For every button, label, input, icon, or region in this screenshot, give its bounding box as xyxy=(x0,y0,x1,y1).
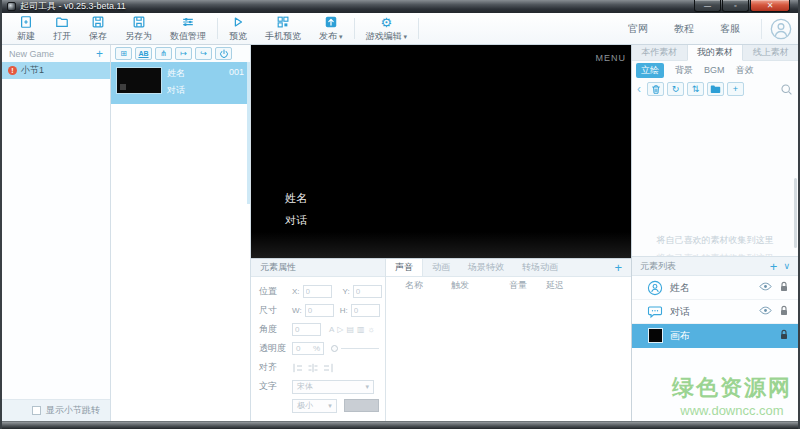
opacity-input[interactable]: 0% xyxy=(292,342,324,355)
mobile-preview-button[interactable]: 手机预览 xyxy=(256,13,310,44)
tab-sound[interactable]: 声音 xyxy=(386,259,423,276)
asset-subtabs: 立绘 背景 BGM 音效 xyxy=(632,61,798,79)
new-folder-button[interactable] xyxy=(707,82,724,96)
font-color-swatch[interactable] xyxy=(344,399,379,412)
back-icon[interactable]: ‹ xyxy=(637,83,641,95)
align-row: 对齐 xyxy=(259,361,379,374)
preview-button[interactable]: 预览 xyxy=(220,13,256,44)
chat-bubble-icon xyxy=(647,305,663,319)
flip-vertical-icon[interactable]: ▷ xyxy=(337,325,343,335)
font-size-select[interactable]: 极小▾ xyxy=(292,399,337,413)
angle-input[interactable] xyxy=(292,323,321,336)
app-icon xyxy=(7,2,16,11)
fit-width-icon[interactable]: ▤ xyxy=(347,325,355,335)
align-left-icon[interactable] xyxy=(292,363,304,373)
save-as-button[interactable]: 另存为 xyxy=(116,13,161,44)
flow-scrollbar[interactable] xyxy=(247,62,250,204)
tab-my-assets[interactable]: 我的素材 xyxy=(687,45,744,61)
element-list-header: 元素列表 + ∨ xyxy=(632,257,798,276)
stage-dialog-element[interactable]: 对话 xyxy=(285,213,307,228)
stage-menu-label: MENU xyxy=(596,53,627,63)
support-link[interactable]: 客服 xyxy=(707,22,753,36)
lock-icon[interactable] xyxy=(779,305,789,319)
subtab-sound-effects[interactable]: 音效 xyxy=(736,64,754,77)
maximize-button[interactable]: ▫ xyxy=(722,0,749,12)
sort-button[interactable]: ⇅ xyxy=(687,82,704,96)
reset-icon[interactable]: ☼ xyxy=(368,325,375,335)
tab-transition[interactable]: 转场动画 xyxy=(513,259,567,276)
align-center-icon[interactable] xyxy=(307,363,319,373)
add-element-button[interactable]: + xyxy=(764,259,784,274)
asset-scrollbar[interactable] xyxy=(794,178,797,248)
lock-icon[interactable] xyxy=(779,281,789,295)
element-row-dialog[interactable]: 对话 xyxy=(632,300,798,324)
close-button[interactable]: ✕ xyxy=(750,0,790,12)
show-section-jump-checkbox[interactable] xyxy=(32,406,41,415)
insert-frame-button[interactable]: ⊞ xyxy=(115,47,132,60)
toolbar-separator xyxy=(354,18,355,39)
minimize-button[interactable]: — xyxy=(694,0,721,12)
properties-header: 元素属性 xyxy=(251,259,385,277)
save-button[interactable]: 保存 xyxy=(80,13,116,44)
new-button[interactable]: 新建 xyxy=(8,13,44,44)
open-button[interactable]: 打开 xyxy=(44,13,80,44)
official-site-link[interactable]: 官网 xyxy=(615,22,661,36)
redirect-button[interactable]: ↪ xyxy=(195,47,212,60)
position-x-input[interactable] xyxy=(303,285,332,298)
scene-item[interactable]: ! 小节1 xyxy=(2,62,110,79)
collapse-panel-icon[interactable]: ∨ xyxy=(783,261,790,271)
add-asset-button[interactable]: + xyxy=(727,82,744,96)
tutorial-link[interactable]: 教程 xyxy=(661,22,707,36)
tab-project-assets[interactable]: 本作素材 xyxy=(632,45,687,60)
opacity-slider-track[interactable] xyxy=(341,348,379,349)
position-y-input[interactable] xyxy=(353,285,382,298)
dropdown-caret-icon: ▾ xyxy=(339,33,343,41)
search-button[interactable] xyxy=(780,83,793,96)
preview-play-icon xyxy=(231,15,245,29)
end-button[interactable] xyxy=(215,47,232,60)
align-right-icon[interactable] xyxy=(322,363,334,373)
dialog-box-gradient xyxy=(251,232,631,258)
size-h-input[interactable] xyxy=(351,304,380,317)
fit-height-icon[interactable]: ▥ xyxy=(357,325,365,335)
effects-tabs: 声音 动画 场景特效 转场动画 + xyxy=(386,259,631,277)
game-edit-button[interactable]: ⚙ 游戏编辑▾ xyxy=(357,13,417,44)
save-icon xyxy=(91,15,105,29)
subtab-backgrounds[interactable]: 背景 xyxy=(675,64,693,77)
element-row-canvas[interactable]: 画布 xyxy=(632,324,798,348)
refresh-icon: ↻ xyxy=(672,84,680,94)
add-effect-button[interactable]: + xyxy=(605,259,631,276)
element-row-name[interactable]: 姓名 xyxy=(632,276,798,300)
save-as-icon xyxy=(132,15,146,29)
tab-online-assets[interactable]: 线上素材 xyxy=(743,45,798,60)
scene-list-body xyxy=(2,79,110,399)
element-label: 画布 xyxy=(670,329,690,343)
subtab-portraits[interactable]: 立绘 xyxy=(636,63,664,78)
lock-icon[interactable] xyxy=(779,329,789,343)
stage-name-element[interactable]: 姓名 xyxy=(285,191,307,206)
text-frame-button[interactable]: AB xyxy=(135,47,152,60)
subtab-bgm[interactable]: BGM xyxy=(704,65,725,75)
publish-button[interactable]: 发布▾ xyxy=(310,13,352,44)
visibility-eye-icon[interactable] xyxy=(759,282,772,293)
jump-button[interactable]: ↦ xyxy=(175,47,192,60)
delete-asset-button[interactable] xyxy=(647,82,664,96)
titlebar[interactable]: 起司工具 - v0.25.3-beta.11 — ▫ ✕ xyxy=(2,0,798,13)
dropdown-caret-icon: ▾ xyxy=(404,33,408,41)
add-scene-button[interactable]: + xyxy=(96,49,103,59)
size-w-input[interactable] xyxy=(305,304,334,317)
tab-scene-effects[interactable]: 场景特效 xyxy=(459,259,513,276)
visibility-eye-icon[interactable] xyxy=(759,306,772,317)
branch-button[interactable]: ⋔ xyxy=(155,47,172,60)
tab-animation[interactable]: 动画 xyxy=(423,259,459,276)
stage-canvas[interactable]: MENU 姓名 对话 xyxy=(251,45,631,258)
insert-frame-icon: ⊞ xyxy=(120,49,127,58)
flip-horizontal-icon[interactable]: A xyxy=(329,325,334,335)
user-avatar[interactable] xyxy=(770,18,792,40)
opacity-slider-knob[interactable] xyxy=(331,345,338,352)
font-family-select[interactable]: 宋体▾ xyxy=(292,380,374,394)
value-manager-button[interactable]: 数值管理 xyxy=(161,13,215,44)
flow-card[interactable]: 姓名 对话 001 xyxy=(111,62,250,104)
refresh-button[interactable]: ↻ xyxy=(667,82,684,96)
text-ab-icon: AB xyxy=(138,50,148,57)
